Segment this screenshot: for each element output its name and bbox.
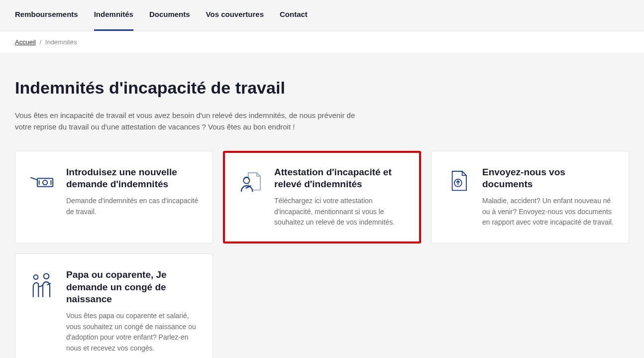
nav-vos-couvertures[interactable]: Vos couvertures	[206, 10, 264, 31]
nav-documents[interactable]: Documents	[149, 10, 190, 31]
parent-child-icon	[28, 269, 57, 298]
card-title: Papa ou coparente, Je demande un congé d…	[66, 269, 200, 306]
card-attestation[interactable]: Attestation d'incapacité et relevé d'ind…	[223, 151, 421, 243]
card-desc: Demande d'indemnités en cas d'incapacité…	[66, 196, 200, 217]
card-nouvelle-demande[interactable]: Introduisez une nouvelle demande d'indem…	[15, 151, 213, 243]
card-title: Attestation d'incapacité et relevé d'ind…	[274, 166, 408, 191]
nav-contact[interactable]: Contact	[280, 10, 308, 31]
card-envoyez-documents[interactable]: Envoyez-nous vos documents Maladie, acci…	[431, 151, 629, 243]
breadcrumb-sep: /	[40, 38, 42, 46]
card-conge-naissance[interactable]: Papa ou coparente, Je demande un congé d…	[15, 253, 213, 358]
card-desc: Maladie, accident? Un enfant nouveau né …	[482, 196, 616, 228]
svg-point-7	[44, 273, 49, 279]
page-title: Indemnités d'incapacité de travail	[15, 78, 629, 98]
breadcrumb-home-link[interactable]: Accueil	[15, 38, 36, 46]
card-title: Envoyez-nous vos documents	[482, 166, 616, 191]
nav-remboursements[interactable]: Remboursements	[15, 10, 78, 31]
svg-point-1	[43, 180, 47, 185]
breadcrumb: Accueil / Indemnités	[0, 31, 644, 53]
card-desc: Téléchargez ici votre attestation d'inca…	[274, 196, 408, 228]
page-intro: Vous êtes en incapacité de travail et vo…	[15, 110, 373, 133]
money-hand-icon	[28, 166, 57, 195]
upload-doc-icon	[444, 166, 473, 195]
nav-indemnites[interactable]: Indemnités	[94, 10, 133, 31]
person-doc-icon	[236, 166, 265, 195]
breadcrumb-current: Indemnités	[45, 38, 77, 46]
cards-grid: Introduisez une nouvelle demande d'indem…	[15, 151, 629, 358]
card-title: Introduisez une nouvelle demande d'indem…	[66, 166, 200, 191]
card-desc: Vous êtes papa ou coparente et salarié, …	[66, 311, 200, 354]
svg-point-6	[34, 275, 38, 279]
main-nav: Remboursements Indemnités Documents Vos …	[0, 0, 644, 31]
page-content: Indemnités d'incapacité de travail Vous …	[0, 53, 644, 358]
